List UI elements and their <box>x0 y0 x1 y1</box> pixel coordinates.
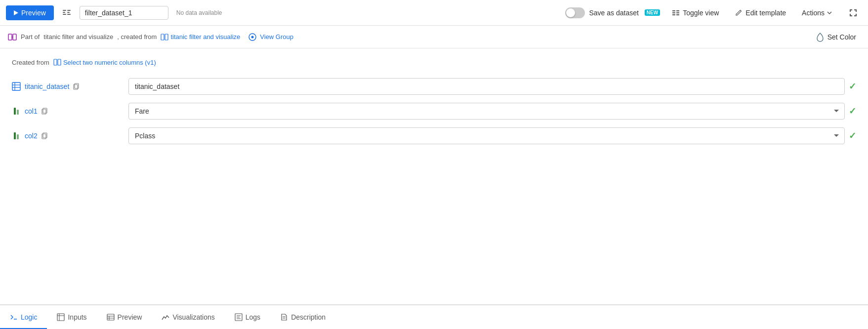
column-icon-col2 <box>12 131 21 140</box>
svg-rect-6 <box>8 34 12 40</box>
template-link-text: Select two numeric columns (v1) <box>63 59 156 66</box>
param-label-text-col1: col1 <box>25 107 38 115</box>
tab-visualizations-label: Visualizations <box>172 313 214 321</box>
svg-rect-5 <box>67 14 71 15</box>
svg-rect-4 <box>67 12 70 13</box>
toggle-view-button[interactable]: Toggle view <box>668 7 723 19</box>
column-icon-col1 <box>12 107 21 116</box>
save-dataset-label: Save as dataset <box>589 9 638 17</box>
param-input-container-col1: Fare ✓ <box>128 103 856 120</box>
col1-select[interactable]: Fare <box>128 103 845 120</box>
svg-rect-30 <box>57 314 64 321</box>
check-icon-dataset: ✓ <box>849 81 856 92</box>
preview-icon <box>107 313 115 321</box>
code-icon-button[interactable] <box>60 6 74 20</box>
copy-icon-col2[interactable] <box>41 132 48 139</box>
tab-logs-label: Logs <box>246 313 260 321</box>
param-label-col1: col1 <box>12 107 121 116</box>
save-dataset-toggle[interactable] <box>565 7 585 18</box>
svg-rect-10 <box>165 34 168 40</box>
tab-description-label: Description <box>291 313 326 321</box>
toolbar-right: Save as dataset NEW Toggle view Edit tem… <box>565 6 862 20</box>
created-from-label: Created from <box>12 59 49 66</box>
tab-visualizations[interactable]: Visualizations <box>152 306 224 329</box>
param-row-col1: col1 Fare ✓ <box>12 103 856 120</box>
main-content: Created from Select two numeric columns … <box>0 48 868 304</box>
edit-template-button[interactable]: Edit template <box>731 7 790 19</box>
template-link[interactable]: Select two numeric columns (v1) <box>53 58 156 66</box>
preview-button[interactable]: Preview <box>6 5 54 20</box>
play-icon <box>14 10 18 15</box>
param-input-container-col2: Pclass ✓ <box>128 127 856 144</box>
code-blocks-icon <box>62 8 72 18</box>
actions-label: Actions <box>802 9 825 17</box>
check-icon-col1: ✓ <box>849 106 856 117</box>
tab-logs[interactable]: Logs <box>225 306 270 329</box>
part-of-text: Part of <box>21 33 40 41</box>
new-badge: NEW <box>645 9 660 16</box>
tab-inputs[interactable]: Inputs <box>47 306 96 329</box>
tab-preview[interactable]: Preview <box>97 306 152 329</box>
no-data-text: No data available <box>176 9 222 16</box>
workflow-link-text: titanic filter and visualize <box>170 33 240 41</box>
check-icon-col2: ✓ <box>849 130 856 141</box>
svg-rect-0 <box>63 10 66 11</box>
expand-icon <box>848 8 858 18</box>
bottom-tabs: Logic Inputs Preview Visualizations <box>0 304 868 329</box>
view-group-label: View Group <box>260 33 293 41</box>
svg-rect-21 <box>14 108 16 115</box>
svg-rect-26 <box>17 134 19 139</box>
svg-rect-13 <box>54 59 57 65</box>
dataset-input[interactable] <box>128 78 845 95</box>
copy-icon-col1[interactable] <box>41 108 48 115</box>
chevron-down-icon <box>827 10 832 16</box>
tab-logic-label: Logic <box>21 313 37 321</box>
preview-button-label: Preview <box>21 9 46 17</box>
created-from-row: Created from Select two numeric columns … <box>12 58 856 66</box>
edit-template-label: Edit template <box>745 9 786 17</box>
svg-rect-2 <box>63 14 66 15</box>
set-color-button[interactable]: Set Color <box>812 30 860 44</box>
description-icon <box>280 313 288 321</box>
template-link-icon <box>53 58 61 66</box>
subtitle-bar: Part of titanic filter and visualize , c… <box>0 26 868 48</box>
actions-button[interactable]: Actions <box>798 7 836 19</box>
param-label-col2: col2 <box>12 131 121 140</box>
param-row-col2: col2 Pclass ✓ <box>12 127 856 144</box>
subtitle-right: Set Color <box>812 30 860 44</box>
save-dataset-toggle-container: Save as dataset NEW <box>565 7 660 18</box>
copy-icon-dataset[interactable] <box>73 83 80 90</box>
svg-rect-15 <box>12 82 20 90</box>
param-label-text-col2: col2 <box>25 132 38 140</box>
expand-button[interactable] <box>844 6 862 20</box>
logs-icon <box>235 313 243 321</box>
svg-rect-1 <box>63 12 65 13</box>
logic-icon <box>10 313 18 321</box>
toggle-knob <box>566 8 575 17</box>
tab-inputs-label: Inputs <box>68 313 86 321</box>
edit-icon <box>735 9 743 17</box>
droplet-icon <box>816 32 825 42</box>
tab-description[interactable]: Description <box>270 306 335 329</box>
svg-rect-33 <box>107 314 114 320</box>
workflow-name-text: titanic filter and visualize <box>43 33 113 41</box>
view-group-icon <box>248 33 257 41</box>
toggle-view-label: Toggle view <box>683 9 719 17</box>
created-from-text: , created from <box>117 33 157 41</box>
workflow-link[interactable]: titanic filter and visualize <box>161 33 240 41</box>
svg-rect-14 <box>58 59 61 65</box>
toolbar: Preview No data available Save as datase… <box>0 0 868 26</box>
view-group-button[interactable]: View Group <box>244 31 297 43</box>
node-name-input[interactable] <box>80 6 168 20</box>
param-input-container-dataset: ✓ <box>128 78 856 95</box>
toggle-view-icon <box>672 9 680 17</box>
visualizations-icon <box>162 313 169 321</box>
svg-point-12 <box>251 36 254 38</box>
set-color-label: Set Color <box>827 33 856 41</box>
param-label-text-dataset: titanic_dataset <box>25 82 69 90</box>
col2-select[interactable]: Pclass <box>128 127 845 144</box>
workflow-link-icon <box>161 33 168 41</box>
table-icon <box>12 82 21 91</box>
tab-logic[interactable]: Logic <box>0 306 47 329</box>
svg-rect-25 <box>14 132 16 139</box>
